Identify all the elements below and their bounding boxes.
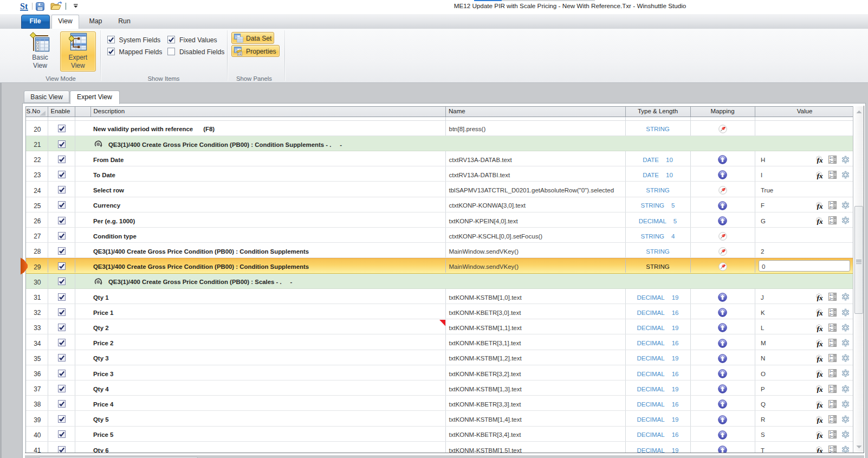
svg-text:St: St [20, 2, 28, 11]
